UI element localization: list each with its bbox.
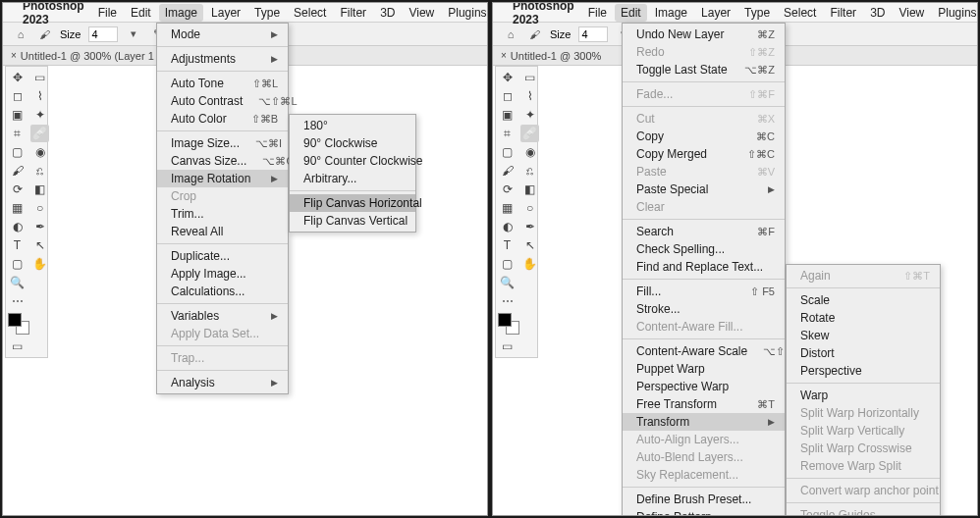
wand-tool[interactable]: ✦ xyxy=(520,106,539,124)
zoom-tool[interactable]: 🔍 xyxy=(498,274,517,291)
eraser-tool[interactable]: ◧ xyxy=(30,181,49,198)
home-icon[interactable]: ⌂ xyxy=(13,26,28,42)
menu-plugins[interactable]: Plugins xyxy=(938,6,976,20)
close-tab-icon[interactable]: × xyxy=(11,50,17,61)
menu-view[interactable]: View xyxy=(408,6,434,20)
edit-toolbar[interactable]: ⋯ xyxy=(498,292,517,310)
crop-tool[interactable]: ⌗ xyxy=(8,125,27,142)
menu-item-toggle-last-state[interactable]: Toggle Last State⌥⌘Z xyxy=(623,61,785,78)
menu-file[interactable]: File xyxy=(98,6,117,20)
gradient-tool[interactable]: ▦ xyxy=(498,199,517,217)
blur-tool[interactable]: ○ xyxy=(520,199,539,217)
brush-tool[interactable]: 🖌 xyxy=(498,162,517,180)
document-tab[interactable]: Untitled-1 @ 300% xyxy=(511,50,602,62)
menu-item-skew[interactable]: Skew xyxy=(787,327,940,344)
crop-tool[interactable]: ⌗ xyxy=(498,125,517,142)
marquee-tool[interactable]: ◻ xyxy=(498,87,517,105)
menu-item-arbitrary[interactable]: Arbitrary... xyxy=(290,170,415,187)
artboard-tool[interactable]: ▭ xyxy=(520,69,539,86)
lasso-tool[interactable]: ⌇ xyxy=(30,87,49,105)
menu-item-paste-special[interactable]: Paste Special▶ xyxy=(623,181,785,198)
menu-filter[interactable]: Filter xyxy=(340,6,366,20)
menu-item-flip-canvas-horizontal[interactable]: Flip Canvas Horizontal xyxy=(290,194,415,212)
history-brush-tool[interactable]: ⟳ xyxy=(498,181,517,198)
clone-tool[interactable]: ⎌ xyxy=(520,162,539,180)
menu-item-copy-merged[interactable]: Copy Merged⇧⌘C xyxy=(623,145,785,163)
menu-item-copy[interactable]: Copy⌘C xyxy=(623,128,785,145)
app-name[interactable]: Photoshop 2023 xyxy=(23,2,84,26)
menu-item-auto-tone[interactable]: Auto Tone⇧⌘L xyxy=(157,75,288,92)
menu-item-calculations[interactable]: Calculations... xyxy=(157,283,288,300)
hand-tool[interactable]: ✋ xyxy=(520,255,539,273)
menubar[interactable]: Photoshop 2023 File Edit Image Layer Typ… xyxy=(3,3,487,23)
menu-item-undo-new-layer[interactable]: Undo New Layer⌘Z xyxy=(623,26,785,43)
menu-3d[interactable]: 3D xyxy=(380,6,395,20)
menu-layer[interactable]: Layer xyxy=(701,6,731,20)
menubar[interactable]: Photoshop 2023 File Edit Image Layer Typ… xyxy=(493,3,977,23)
menu-item-perspective-warp[interactable]: Perspective Warp xyxy=(623,378,785,395)
menu-item-apply-image[interactable]: Apply Image... xyxy=(157,265,288,283)
object-select-tool[interactable]: ▣ xyxy=(498,106,517,124)
menu-item-warp[interactable]: Warp xyxy=(787,387,940,404)
healing-brush-tool[interactable]: 🩹 xyxy=(520,125,539,142)
menu-3d[interactable]: 3D xyxy=(870,6,885,20)
blur-tool[interactable]: ○ xyxy=(30,199,49,217)
menu-item-transform[interactable]: Transform▶ xyxy=(623,413,785,431)
size-input[interactable] xyxy=(88,26,118,42)
menu-item-image-size[interactable]: Image Size...⌥⌘I xyxy=(157,134,288,152)
edit-toolbar[interactable]: ⋯ xyxy=(8,292,27,310)
menu-type[interactable]: Type xyxy=(254,6,280,20)
document-tab[interactable]: Untitled-1 @ 300% (Layer 1 xyxy=(21,50,154,62)
wand-tool[interactable]: ✦ xyxy=(30,106,49,124)
color-swatch[interactable] xyxy=(498,311,519,337)
menu-item-fill[interactable]: Fill...⇧ F5 xyxy=(623,283,785,300)
menu-item-auto-color[interactable]: Auto Color⇧⌘B xyxy=(157,110,288,128)
menu-layer[interactable]: Layer xyxy=(211,6,241,20)
menu-type[interactable]: Type xyxy=(744,6,770,20)
menu-edit[interactable]: Edit xyxy=(131,6,151,20)
menu-item-perspective[interactable]: Perspective xyxy=(787,362,940,380)
home-icon[interactable]: ⌂ xyxy=(503,26,518,42)
menu-item-define-pattern[interactable]: Define Pattern... xyxy=(623,508,785,516)
gradient-tool[interactable]: ▦ xyxy=(8,199,27,217)
frame-tool[interactable]: ▢ xyxy=(498,143,517,161)
menu-select[interactable]: Select xyxy=(784,6,816,20)
menu-item-90-counter-clockwise[interactable]: 90° Counter Clockwise xyxy=(290,152,415,170)
type-tool[interactable]: T xyxy=(8,236,27,254)
menu-plugins[interactable]: Plugins xyxy=(448,6,486,20)
hand-tool[interactable]: ✋ xyxy=(30,255,49,273)
menu-item-auto-contrast[interactable]: Auto Contrast⌥⇧⌘L xyxy=(157,92,288,110)
clone-tool[interactable]: ⎌ xyxy=(30,162,49,180)
brush-icon[interactable]: 🖌 xyxy=(526,26,542,42)
menu-item-duplicate[interactable]: Duplicate... xyxy=(157,247,288,265)
rectangle-tool[interactable]: ▢ xyxy=(498,255,517,273)
menu-item-analysis[interactable]: Analysis▶ xyxy=(157,374,288,391)
menu-item-variables[interactable]: Variables▶ xyxy=(157,307,288,325)
menu-item-flip-canvas-vertical[interactable]: Flip Canvas Vertical xyxy=(290,212,415,230)
menu-item-content-aware-scale[interactable]: Content-Aware Scale⌥⇧⌘C xyxy=(623,342,785,360)
close-tab-icon[interactable]: × xyxy=(501,50,507,61)
menu-item-adjustments[interactable]: Adjustments▶ xyxy=(157,50,288,68)
pen-tool[interactable]: ✒ xyxy=(30,218,49,235)
move-tool[interactable]: ✥ xyxy=(498,69,517,86)
menu-item-search[interactable]: Search⌘F xyxy=(623,223,785,240)
menu-item-check-spelling[interactable]: Check Spelling... xyxy=(623,240,785,258)
menu-view[interactable]: View xyxy=(898,6,924,20)
eraser-tool[interactable]: ◧ xyxy=(520,181,539,198)
path-select-tool[interactable]: ↖ xyxy=(520,236,539,254)
menu-item-reveal-all[interactable]: Reveal All xyxy=(157,223,288,240)
healing-brush-tool[interactable]: 🩹 xyxy=(30,125,49,142)
frame-tool[interactable]: ▢ xyxy=(8,143,27,161)
path-select-tool[interactable]: ↖ xyxy=(30,236,49,254)
menu-image[interactable]: Image xyxy=(159,4,203,22)
menu-item-180[interactable]: 180° xyxy=(290,117,415,134)
eyedropper-tool[interactable]: ◉ xyxy=(30,143,49,161)
eyedropper-tool[interactable]: ◉ xyxy=(520,143,539,161)
menu-item-define-brush-preset[interactable]: Define Brush Preset... xyxy=(623,491,785,508)
menu-item-stroke[interactable]: Stroke... xyxy=(623,300,785,318)
lasso-tool[interactable]: ⌇ xyxy=(520,87,539,105)
menu-item-canvas-size[interactable]: Canvas Size...⌥⌘C xyxy=(157,152,288,170)
menu-select[interactable]: Select xyxy=(294,6,326,20)
menu-item-90-clockwise[interactable]: 90° Clockwise xyxy=(290,134,415,152)
color-swatch[interactable] xyxy=(8,311,29,337)
